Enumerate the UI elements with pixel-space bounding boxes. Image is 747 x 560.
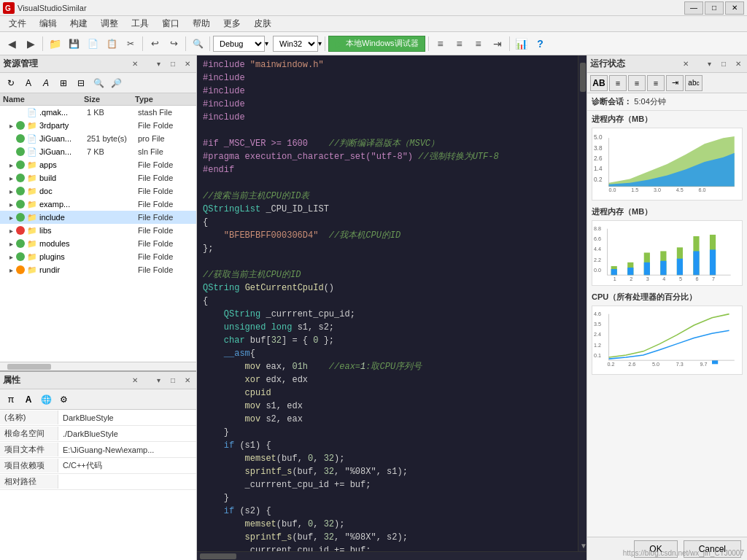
tree-item[interactable]: ▸ 📁 include File Folde	[0, 211, 196, 224]
menu-help[interactable]: 帮助	[187, 16, 216, 31]
expand-arrow[interactable]: ▸	[6, 214, 16, 222]
pin-button[interactable]: ✕	[182, 58, 193, 70]
minimize-button[interactable]: —	[684, 1, 703, 15]
columns-icon[interactable]: ⊞	[55, 75, 71, 91]
tree-item[interactable]: ▸ 📁 modules File Folde	[0, 237, 196, 250]
expand-arrow[interactable]: ▸	[6, 201, 16, 209]
menu-file[interactable]: 文件	[3, 16, 32, 31]
menu-tools[interactable]: 工具	[125, 16, 155, 31]
rs-toolbar-btn-6[interactable]: abc	[685, 75, 703, 91]
expand-arrow[interactable]: ▸	[6, 266, 16, 274]
expand-arrow[interactable]: ▸	[6, 161, 16, 169]
rs-pin-button[interactable]: ✕	[732, 58, 744, 70]
scroll-thumb[interactable]	[7, 364, 51, 370]
tree-item[interactable]: 📄 .qmak... 1 KB stash File	[0, 106, 196, 119]
rs-float-button[interactable]: □	[718, 58, 729, 70]
tree-item[interactable]: ▸ 📁 rundir File Folde	[0, 263, 196, 276]
rs-toolbar-btn-5[interactable]: ⇥	[666, 75, 684, 91]
tree-item[interactable]: ▸ 📁 apps File Folde	[0, 158, 196, 171]
back-button[interactable]: ◀	[3, 35, 20, 52]
expand-arrow[interactable]: ▸	[6, 122, 16, 130]
refresh-icon[interactable]: ↻	[3, 75, 19, 91]
expand-arrow[interactable]: ▸	[6, 240, 16, 248]
float-button[interactable]: □	[167, 58, 179, 70]
close-button[interactable]: ✕	[725, 1, 744, 15]
expand-arrow[interactable]: ▸	[6, 253, 16, 261]
search-button[interactable]: 🔍	[189, 35, 206, 52]
save-all-button[interactable]: 📋	[103, 35, 120, 52]
tree-item-name: include	[39, 213, 87, 222]
new-file-button[interactable]: 📄	[84, 35, 101, 52]
close-properties-button[interactable]: ✕	[129, 375, 141, 386]
rs-toolbar-btn-4[interactable]: ≡	[647, 75, 665, 91]
menu-adjust[interactable]: 调整	[95, 16, 124, 31]
tree-item[interactable]: ▸ 📁 3rdparty File Folde	[0, 119, 196, 132]
tree-item[interactable]: ▸ 📁 plugins File Folde	[0, 250, 196, 263]
toolbar: ◀ ▶ 📁 💾 📄 📋 ✂ ↩ ↪ 🔍 Debug Release ▾ Win3…	[0, 32, 747, 55]
forward-button[interactable]: ▶	[22, 35, 39, 52]
search-res-icon[interactable]: 🔍	[90, 75, 107, 91]
horizontal-scrollbar[interactable]	[0, 362, 196, 370]
maximize-button[interactable]: □	[705, 1, 724, 15]
editor-hscroll-thumb[interactable]	[200, 553, 236, 559]
pi-icon[interactable]: π	[3, 392, 19, 408]
svg-text:0.1: 0.1	[594, 353, 601, 359]
code-line	[203, 176, 572, 190]
sort-icon[interactable]: ⊟	[73, 75, 89, 91]
rs-toolbar-btn-1[interactable]: AB	[590, 75, 608, 91]
code-editor: #include "mainwindow.h"#include #include…	[197, 55, 587, 560]
editor-area[interactable]: #include "mainwindow.h"#include #include…	[197, 55, 578, 551]
file-icon: 📄	[26, 106, 38, 118]
undo-button[interactable]: ↩	[146, 35, 163, 52]
rs-toolbar-btn-2[interactable]: ≡	[609, 75, 627, 91]
open-file-button[interactable]: 📁	[46, 35, 63, 52]
props-dropdown-icon[interactable]: ▾	[152, 375, 164, 386]
close-resource-manager-button[interactable]: ✕	[129, 58, 141, 70]
rs-toolbar-btn-3[interactable]: ≡	[628, 75, 646, 91]
find-icon[interactable]: 🔎	[108, 75, 124, 91]
italic-icon[interactable]: A	[38, 75, 54, 91]
svg-rect-39	[677, 259, 683, 276]
props-float-button[interactable]: □	[167, 375, 179, 386]
expand-arrow[interactable]: ▸	[6, 174, 16, 182]
tree-item[interactable]: ▸ 📁 libs File Folde	[0, 224, 196, 237]
align-center-button[interactable]: ≡	[451, 35, 468, 52]
tree-item[interactable]: ▸ 📁 doc File Folde	[0, 184, 196, 198]
tree-item[interactable]: 📄 JiGuan... 251 byte(s) pro File	[0, 132, 196, 145]
platform-select[interactable]: Win32 x64	[273, 36, 318, 52]
svg-text:6.0: 6.0	[699, 187, 706, 193]
close-run-status-button[interactable]: ✕	[680, 58, 692, 70]
save-button[interactable]: 💾	[65, 35, 82, 52]
cut-button[interactable]: ✂	[122, 35, 139, 52]
menu-skin[interactable]: 皮肤	[248, 16, 277, 31]
menu-window[interactable]: 窗口	[156, 16, 185, 31]
rs-dropdown-icon[interactable]: ▾	[703, 58, 715, 70]
expand-arrow[interactable]: ▸	[6, 227, 16, 235]
property-key: 项目依赖项	[0, 459, 58, 472]
globe-icon[interactable]: 🌐	[38, 392, 54, 408]
settings-icon[interactable]: ⚙	[55, 392, 71, 408]
indent-button[interactable]: ⇥	[489, 35, 506, 52]
menu-edit[interactable]: 编辑	[34, 16, 63, 31]
editor-vertical-scrollbar[interactable]: ▼	[578, 55, 587, 551]
chart-button[interactable]: 📊	[513, 35, 530, 52]
tree-item[interactable]: 📄 JiGuan... 7 KB sln File	[0, 145, 196, 158]
redo-button[interactable]: ↪	[165, 35, 182, 52]
editor-horizontal-scrollbar[interactable]	[197, 551, 587, 560]
expand-arrow[interactable]: ▸	[6, 187, 16, 195]
font-icon[interactable]: A	[20, 392, 36, 408]
editor-scroll-thumb[interactable]	[580, 63, 586, 92]
run-button[interactable]: ▶ 本地Windows调试器	[328, 36, 425, 52]
menu-build[interactable]: 构建	[64, 16, 93, 31]
filter-icon[interactable]: A	[20, 75, 36, 91]
tree-item[interactable]: ▸ 📁 build File Folde	[0, 171, 196, 184]
align-right-button[interactable]: ≡	[470, 35, 487, 52]
debug-mode-select[interactable]: Debug Release	[213, 36, 265, 52]
align-left-button[interactable]: ≡	[432, 35, 449, 52]
code-line: }	[203, 491, 572, 505]
dropdown-icon[interactable]: ▾	[152, 58, 164, 70]
menu-more[interactable]: 更多	[217, 16, 247, 31]
props-pin-button[interactable]: ✕	[182, 375, 193, 386]
help-icon-button[interactable]: ?	[532, 35, 549, 52]
tree-item[interactable]: ▸ 📁 examp... File Folde	[0, 198, 196, 211]
